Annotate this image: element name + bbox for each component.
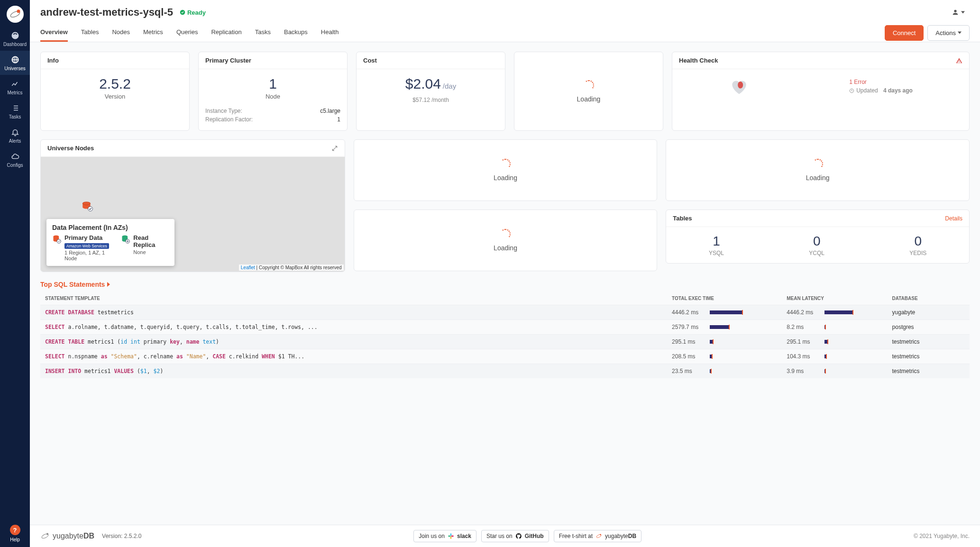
github-button[interactable]: Star us on GitHub	[481, 530, 549, 542]
spinner-icon	[500, 159, 511, 169]
svg-rect-16	[448, 536, 450, 537]
svg-rect-15	[450, 533, 451, 536]
updated-text: Updated 4 days ago	[849, 87, 913, 94]
column-header: STATEMENT TEMPLATE	[40, 292, 667, 305]
database-cell: postgres	[888, 320, 970, 335]
column-header: TOTAL EXEC TIME	[667, 292, 782, 305]
version-label: Version	[47, 93, 183, 100]
clock-icon	[849, 88, 854, 93]
column-header: MEAN LATENCY	[782, 292, 887, 305]
warning-icon	[956, 57, 962, 64]
info-card: Info 2.5.2 Version	[40, 52, 190, 131]
header: andrew-test-metrics-ysql-5 Ready	[30, 0, 980, 19]
node-marker-icon[interactable]	[81, 200, 93, 213]
user-icon	[952, 9, 959, 16]
cost-amount: $2.04	[405, 76, 441, 91]
footer: yugabyteDB Version: 2.5.2.0 Join us on s…	[30, 525, 980, 547]
latency-cell: 295.1 ms	[782, 335, 887, 349]
latency-cell: 8.2 ms	[782, 320, 887, 335]
database-cell: testmetrics	[888, 364, 970, 379]
footer-logo[interactable]: yugabyteDB	[40, 531, 94, 541]
column-header: DATABASE	[888, 292, 970, 305]
list-icon	[11, 104, 19, 112]
connect-button[interactable]: Connect	[885, 25, 924, 41]
top-sql-link[interactable]: Top SQL Statements	[40, 281, 110, 288]
table-row[interactable]: CREATE TABLE metrics1 (id int primary ke…	[40, 335, 970, 349]
heart-icon	[729, 76, 750, 97]
latency-cell: 104.3 ms	[782, 349, 887, 364]
tab-health[interactable]: Health	[321, 24, 339, 42]
sidebar-item-configs[interactable]: Configs	[0, 147, 30, 172]
github-icon	[515, 533, 522, 539]
tab-tasks[interactable]: Tasks	[255, 24, 271, 42]
card-title: Tables	[673, 215, 692, 222]
copyright: © 2021 Yugabyte, Inc.	[914, 533, 970, 539]
sidebar-item-universes[interactable]: Universes	[0, 51, 30, 75]
tab-backups[interactable]: Backups	[284, 24, 308, 42]
database-replica-icon	[121, 234, 130, 245]
status-badge: Ready	[180, 9, 206, 16]
svg-point-20	[600, 534, 601, 535]
table-row[interactable]: CREATE DATABASE testmetrics 4446.2 ms 44…	[40, 305, 970, 320]
statement-cell: INSERT INTO metrics1 VALUES ($1, $2)	[40, 364, 667, 379]
card-title: Primary Cluster	[199, 52, 347, 69]
tables-card: Tables Details 1YSQL0YCQL0YEDIS	[666, 210, 970, 264]
sidebar-item-alerts[interactable]: Alerts	[0, 123, 30, 147]
sidebar-item-help[interactable]: ? Help	[0, 520, 30, 547]
table-row[interactable]: SELECT n.nspname as "Schema", c.relname …	[40, 349, 970, 364]
statement-cell: CREATE TABLE metrics1 (id int primary ke…	[40, 335, 667, 349]
slack-button[interactable]: Join us on slack	[413, 530, 476, 542]
actions-button[interactable]: Actions	[927, 25, 970, 41]
sidebar-item-metrics[interactable]: Metrics	[0, 75, 30, 99]
card-title: Info	[41, 52, 189, 69]
total-time-cell: 4446.2 ms	[667, 305, 782, 320]
card-title: Universe Nodes	[47, 145, 94, 152]
globe-icon	[11, 55, 19, 64]
cloud-icon	[11, 152, 19, 161]
primary-cluster-card: Primary Cluster 1 Node Instance Type:c5.…	[198, 52, 348, 131]
tabs-row: OverviewTablesNodesMetricsQueriesReplica…	[30, 24, 980, 42]
map-attribution: Leaflet | Copyright © MapBox All rights …	[239, 264, 344, 271]
user-menu[interactable]	[947, 6, 970, 19]
loading-card: Loading	[354, 210, 658, 271]
table-row[interactable]: INSERT INTO metrics1 VALUES ($1, $2) 23.…	[40, 364, 970, 379]
tab-replication[interactable]: Replication	[211, 24, 241, 42]
svg-rect-17	[450, 537, 451, 539]
logo[interactable]	[7, 6, 24, 23]
svg-rect-18	[451, 536, 454, 537]
sidebar-item-dashboard[interactable]: Dashboard	[0, 27, 30, 51]
cost-card: Cost $2.04/day $57.12 /month	[356, 52, 505, 131]
loading-card: Loading	[666, 139, 970, 201]
card-title: Cost	[357, 52, 505, 69]
sql-table: STATEMENT TEMPLATETOTAL EXEC TIMEMEAN LA…	[40, 292, 970, 378]
details-link[interactable]: Details	[945, 215, 962, 222]
database-cell: testmetrics	[888, 349, 970, 364]
sidebar: Dashboard Universes Metrics Tasks Alerts…	[0, 0, 30, 547]
table-row[interactable]: SELECT a.rolname, t.datname, t.queryid, …	[40, 320, 970, 335]
svg-point-14	[46, 533, 48, 535]
slack-icon	[448, 533, 454, 539]
tab-queries[interactable]: Queries	[176, 24, 198, 42]
help-icon: ?	[10, 525, 20, 535]
sidebar-item-tasks[interactable]: Tasks	[0, 99, 30, 123]
total-time-cell: 295.1 ms	[667, 335, 782, 349]
spinner-icon	[813, 159, 823, 169]
universe-nodes-card: Universe Nodes Data Placement (In AZs)	[40, 139, 345, 272]
tab-nodes[interactable]: Nodes	[112, 24, 130, 42]
database-cell: yugabyte	[888, 305, 970, 320]
health-card: Health Check 1 Error Updated 4 days ago	[672, 52, 970, 131]
tshirt-button[interactable]: Free t-shirt at yugabyteDB	[554, 530, 641, 542]
tab-metrics[interactable]: Metrics	[143, 24, 163, 42]
tab-overview[interactable]: Overview	[40, 24, 68, 42]
statement-cell: CREATE DATABASE testmetrics	[40, 305, 667, 320]
dashboard-icon	[11, 31, 19, 40]
expand-icon[interactable]	[331, 145, 338, 152]
database-primary-icon	[52, 234, 62, 245]
error-count: 1 Error	[849, 79, 913, 85]
map[interactable]: Data Placement (In AZs) Primary Data Ama…	[41, 157, 345, 272]
tab-tables[interactable]: Tables	[81, 24, 99, 42]
data-placement-popup: Data Placement (In AZs) Primary Data Ama…	[46, 219, 174, 266]
cost-monthly: $57.12 /month	[363, 97, 498, 103]
statement-cell: SELECT n.nspname as "Schema", c.relname …	[40, 349, 667, 364]
table-stat: 0YCQL	[809, 234, 824, 256]
